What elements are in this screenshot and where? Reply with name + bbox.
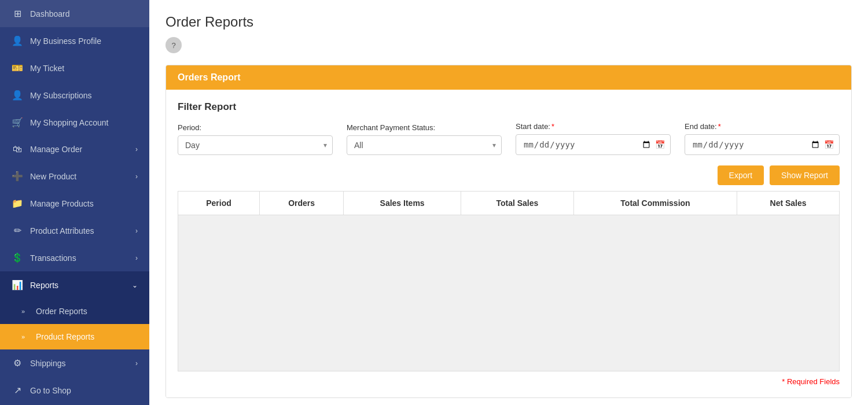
sidebar-item-label: My Business Profile (30, 36, 101, 46)
export-button[interactable]: Export (718, 165, 764, 185)
chevron-double-right-icon-active: » (17, 333, 29, 340)
period-select[interactable]: Day Week Month Year (178, 135, 333, 155)
chevron-down-icon: ⌄ (132, 281, 138, 289)
table-header: Period Orders Sales Items Total Sales To… (178, 192, 840, 215)
sidebar-item-ticket[interactable]: 🎫 My Ticket (0, 54, 149, 82)
sidebar-item-dashboard[interactable]: ⊞ Dashboard (0, 0, 149, 27)
sidebar-item-label: Manage Products (30, 199, 94, 208)
sidebar-subitem-product-reports[interactable]: » Product Reports (0, 324, 149, 349)
subscriptions-icon: 👤 (12, 90, 23, 101)
transactions-icon: 💲 (12, 252, 23, 263)
sidebar-item-label: My Subscriptions (30, 91, 92, 100)
report-table: Period Orders Sales Items Total Sales To… (178, 191, 840, 371)
chevron-right-icon: › (135, 172, 138, 181)
sidebar-item-shippings[interactable]: ⚙ Shippings › (0, 349, 149, 377)
period-label: Period: (178, 123, 333, 132)
external-link-icon: ↗ (12, 385, 23, 396)
sidebar-item-subscriptions[interactable]: 👤 My Subscriptions (0, 82, 149, 109)
merchant-payment-status-label: Merchant Payment Status: (347, 123, 502, 132)
table-empty-cell (178, 215, 840, 371)
show-report-button[interactable]: Show Report (770, 165, 840, 185)
shippings-icon: ⚙ (12, 358, 23, 369)
filter-title: Filter Report (178, 101, 840, 113)
start-date-required: * (551, 122, 554, 131)
sidebar-subitem-label: Product Reports (36, 332, 94, 341)
sidebar-item-product-attributes[interactable]: ✏ Product Attributes › (0, 217, 149, 244)
chevron-right-icon: › (135, 359, 138, 367)
required-note: * Required Fields (178, 377, 840, 386)
sidebar-item-label: Product Attributes (30, 226, 94, 235)
period-select-wrapper: Day Week Month Year (178, 135, 333, 155)
col-orders: Orders (259, 192, 343, 215)
help-button[interactable]: ? (165, 37, 182, 53)
table-header-row: Period Orders Sales Items Total Sales To… (178, 192, 840, 215)
button-row: Export Show Report (178, 165, 840, 185)
sidebar: ⊞ Dashboard 👤 My Business Profile 🎫 My T… (0, 0, 149, 405)
start-date-input[interactable] (516, 134, 671, 155)
sidebar-item-manage-products[interactable]: 📁 Manage Products (0, 190, 149, 217)
report-card: Orders Report Filter Report Period: Day … (165, 65, 852, 398)
report-card-header: Orders Report (166, 65, 851, 90)
col-total-sales: Total Sales (461, 192, 573, 215)
end-date-wrapper: 📅 (685, 134, 840, 155)
attributes-icon: ✏ (12, 225, 23, 236)
manage-order-icon: 🛍 (12, 144, 23, 154)
col-net-sales: Net Sales (737, 192, 840, 215)
sidebar-subitem-order-reports[interactable]: » Order Reports (0, 299, 149, 324)
sidebar-subitem-label: Order Reports (36, 307, 87, 316)
main-content: Order Reports ? Orders Report Filter Rep… (149, 0, 868, 405)
sidebar-item-manage-order[interactable]: 🛍 Manage Order › (0, 136, 149, 163)
sidebar-item-reports[interactable]: 📊 Reports ⌄ (0, 271, 149, 299)
sidebar-item-label: My Shopping Account (30, 118, 108, 127)
start-date-group: Start date:* 📅 (516, 122, 671, 155)
new-product-icon: ➕ (12, 171, 23, 182)
sidebar-item-label: Manage Order (30, 145, 82, 154)
ticket-icon: 🎫 (12, 62, 23, 73)
report-card-header-title: Orders Report (178, 72, 240, 82)
sidebar-item-label: Shippings (30, 359, 66, 368)
col-total-commission: Total Commission (573, 192, 737, 215)
page-title: Order Reports (165, 14, 852, 30)
filter-row: Period: Day Week Month Year Merchant Pay… (178, 122, 840, 155)
chevron-right-icon: › (135, 254, 138, 262)
sidebar-item-label: My Ticket (30, 64, 64, 73)
reports-icon: 📊 (12, 279, 23, 290)
period-filter-group: Period: Day Week Month Year (178, 123, 333, 155)
sidebar-item-label: Go to Shop (30, 386, 71, 395)
col-period: Period (178, 192, 260, 215)
sidebar-item-label: Dashboard (30, 9, 70, 19)
chevron-right-icon: › (135, 145, 138, 153)
end-date-required: * (718, 122, 721, 131)
merchant-status-select-wrapper: All Paid Unpaid (347, 135, 502, 155)
sidebar-item-new-product[interactable]: ➕ New Product › (0, 163, 149, 190)
manage-products-icon: 📁 (12, 198, 23, 209)
table-body (178, 215, 840, 371)
merchant-payment-status-group: Merchant Payment Status: All Paid Unpaid (347, 123, 502, 155)
sidebar-item-label: New Product (30, 172, 76, 181)
sidebar-item-transactions[interactable]: 💲 Transactions › (0, 244, 149, 271)
end-date-input[interactable] (685, 134, 840, 155)
table-empty-row (178, 215, 840, 371)
start-date-wrapper: 📅 (516, 134, 671, 155)
end-date-label: End date:* (685, 122, 840, 131)
end-date-group: End date:* 📅 (685, 122, 840, 155)
shopping-icon: 🛒 (12, 117, 23, 128)
sidebar-item-label: Reports (30, 281, 58, 290)
merchant-status-select[interactable]: All Paid Unpaid (347, 135, 502, 155)
start-date-label: Start date:* (516, 122, 671, 131)
chevron-double-right-icon: » (17, 308, 29, 315)
col-sales-items: Sales Items (344, 192, 461, 215)
sidebar-item-business-profile[interactable]: 👤 My Business Profile (0, 27, 149, 54)
user-icon: 👤 (12, 35, 23, 46)
sidebar-item-shopping-account[interactable]: 🛒 My Shopping Account (0, 109, 149, 136)
chevron-right-icon: › (135, 227, 138, 235)
dashboard-icon: ⊞ (12, 8, 23, 19)
sidebar-item-go-to-shop[interactable]: ↗ Go to Shop (0, 377, 149, 404)
report-card-body: Filter Report Period: Day Week Month Yea… (166, 90, 851, 397)
sidebar-item-label: Transactions (30, 253, 76, 263)
